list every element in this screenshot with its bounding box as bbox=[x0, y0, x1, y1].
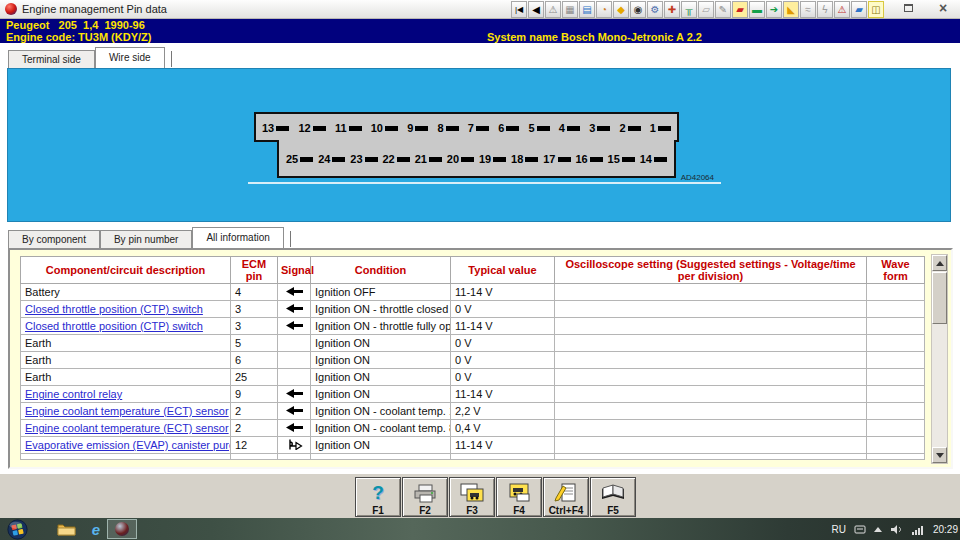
connector-pin: 21 bbox=[415, 153, 442, 165]
pin-number: 14 bbox=[640, 153, 652, 165]
component-link[interactable]: Engine coolant temperature (ECT) sensor bbox=[25, 422, 229, 434]
car-export-icon[interactable]: ➔ bbox=[766, 1, 782, 18]
tab-by-component[interactable]: By component bbox=[8, 230, 100, 248]
window-icon[interactable]: ▦ bbox=[562, 1, 578, 18]
connector-pin: 9 bbox=[407, 122, 428, 134]
cell-signal bbox=[278, 437, 311, 454]
f2-print-button[interactable]: F2 bbox=[402, 477, 448, 517]
car-disabled-icon[interactable]: ▱ bbox=[698, 1, 714, 18]
f1-help-button[interactable]: ? F1 bbox=[355, 477, 401, 517]
tools-icon[interactable]: ✚ bbox=[664, 1, 680, 18]
tab-terminal-side[interactable]: Terminal side bbox=[8, 50, 95, 68]
spark-icon[interactable]: ϟ bbox=[817, 1, 833, 18]
component-link[interactable]: Earth bbox=[25, 337, 51, 349]
internet-explorer-icon: e bbox=[92, 521, 100, 538]
exit-icon[interactable]: ◫ bbox=[868, 1, 884, 18]
pin-number: 1 bbox=[650, 122, 656, 134]
ramp-icon[interactable]: ▬ bbox=[749, 1, 765, 18]
cell-wave-form bbox=[867, 369, 925, 386]
cell-description: Earth bbox=[21, 369, 231, 386]
connector-top-row: 13 12 11 10 9 8 7 bbox=[254, 112, 679, 142]
pin-terminal-icon bbox=[332, 157, 345, 162]
table-row: Closed throttle position (CTP) switch 3 bbox=[21, 318, 925, 335]
connector-pin: 1 bbox=[650, 122, 671, 134]
keyboard-layout-icon[interactable] bbox=[854, 524, 866, 534]
gauge-icon[interactable]: ◔ bbox=[596, 1, 612, 18]
hazard-icon[interactable]: ⚠ bbox=[834, 1, 850, 18]
cell-wave-form bbox=[867, 386, 925, 403]
tab-all-information[interactable]: All information bbox=[192, 227, 283, 248]
main-content: Terminal side Wire side 13 12 11 10 9 bbox=[0, 43, 960, 473]
table-row: Engine control relay 9 Ignition ON bbox=[21, 386, 925, 403]
scroll-up-button[interactable] bbox=[932, 255, 947, 271]
f3-component-data-button[interactable]: F3 bbox=[449, 477, 495, 517]
cell-signal bbox=[278, 301, 311, 318]
scrollbar-thumb[interactable] bbox=[932, 272, 947, 324]
cell-ecm-pin: 25 bbox=[231, 369, 278, 386]
connector-pin: 25 bbox=[286, 153, 313, 165]
f5-manual-button[interactable]: F5 bbox=[590, 477, 636, 517]
component-link[interactable]: Battery bbox=[25, 286, 60, 298]
f4-vehicle-data-button[interactable]: F4 bbox=[496, 477, 542, 517]
cell-signal bbox=[278, 403, 311, 420]
active-app-taskbar-button[interactable] bbox=[107, 519, 137, 539]
component-link[interactable]: Closed throttle position (CTP) switch bbox=[25, 303, 203, 315]
pin-number: 3 bbox=[589, 122, 595, 134]
cell-signal bbox=[278, 284, 311, 301]
component-link[interactable]: Evaporative emission (EVAP) canister pur… bbox=[25, 439, 231, 451]
digger-icon[interactable]: ◆ bbox=[613, 1, 629, 18]
network-signal-icon[interactable] bbox=[911, 524, 925, 535]
component-link[interactable]: Earth bbox=[25, 354, 51, 366]
pin-number: 22 bbox=[382, 153, 394, 165]
component-link[interactable]: Engine control relay bbox=[25, 388, 122, 400]
cell-description: Closed throttle position (CTP) switch bbox=[21, 301, 231, 318]
clock[interactable]: 20:29 bbox=[933, 524, 958, 535]
connector-pin: 22 bbox=[382, 153, 409, 165]
gears-icon[interactable]: ⚙ bbox=[647, 1, 663, 18]
language-indicator[interactable]: RU bbox=[832, 524, 846, 535]
signal-input-arrow-icon bbox=[286, 406, 303, 415]
tab-by-pin-number[interactable]: By pin number bbox=[100, 230, 192, 248]
show-hidden-icons-button[interactable] bbox=[874, 527, 882, 532]
close-button[interactable]: × bbox=[928, 2, 958, 16]
exhaust-icon[interactable]: ≈ bbox=[800, 1, 816, 18]
car-blue-icon[interactable]: ▰ bbox=[851, 1, 867, 18]
column-header-condition: Condition bbox=[311, 257, 451, 284]
connector-pin: 19 bbox=[479, 153, 506, 165]
image-icon[interactable]: ▤ bbox=[579, 1, 595, 18]
start-button[interactable] bbox=[5, 519, 29, 539]
signal-input-arrow-icon bbox=[286, 304, 303, 313]
component-link[interactable]: Earth bbox=[25, 371, 51, 383]
nav-first-icon[interactable]: |◀ bbox=[511, 1, 527, 18]
tab-divider bbox=[171, 51, 172, 67]
volume-icon[interactable] bbox=[890, 524, 903, 535]
explorer-taskbar-button[interactable] bbox=[54, 519, 78, 539]
scroll-down-button[interactable] bbox=[932, 447, 947, 463]
cell-wave-form bbox=[867, 352, 925, 369]
pin-terminal-icon bbox=[365, 157, 378, 162]
warning-icon[interactable]: ⚠ bbox=[545, 1, 561, 18]
component-link[interactable]: Closed throttle position (CTP) switch bbox=[25, 320, 203, 332]
ctrl-f4-edit-button[interactable]: Ctrl+F4 bbox=[543, 477, 589, 517]
component-link[interactable]: Engine coolant temperature (ECT) sensor bbox=[25, 405, 229, 417]
cell-description: Earth bbox=[21, 335, 231, 352]
vertical-scrollbar[interactable] bbox=[931, 254, 948, 464]
connector-pin: 6 bbox=[498, 122, 519, 134]
tow-truck-icon[interactable]: ◣ bbox=[783, 1, 799, 18]
tyre-icon[interactable]: ◉ bbox=[630, 1, 646, 18]
cell-oscilloscope bbox=[555, 369, 867, 386]
printer-icon bbox=[412, 480, 438, 505]
nav-back-icon[interactable]: ◀ bbox=[528, 1, 544, 18]
cell-condition: Ignition ON bbox=[311, 386, 451, 403]
table-row: Closed throttle position (CTP) switch 3 bbox=[21, 301, 925, 318]
internet-explorer-taskbar-button[interactable]: e bbox=[84, 519, 108, 539]
cell-wave-form bbox=[867, 420, 925, 437]
brush-icon[interactable]: ✎ bbox=[715, 1, 731, 18]
column-header-ecm-pin: ECM pin bbox=[231, 257, 278, 284]
lift-icon[interactable]: ╥ bbox=[681, 1, 697, 18]
pin-number: 21 bbox=[415, 153, 427, 165]
car-red-icon[interactable]: ▰ bbox=[732, 1, 748, 18]
restore-button[interactable] bbox=[893, 2, 923, 16]
top-toolbar: |◀◀⚠▦▤◔◆◉⚙✚╥▱✎▰▬➔◣≈ϟ⚠▰◫ bbox=[511, 1, 884, 18]
tab-wire-side[interactable]: Wire side bbox=[95, 47, 165, 68]
